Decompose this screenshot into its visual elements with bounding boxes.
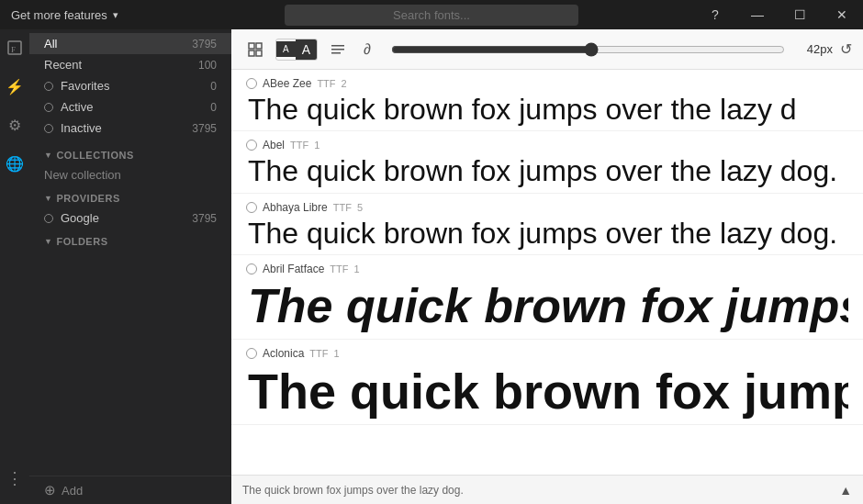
font-meta-aclonica: Aclonica TTF 1 bbox=[246, 347, 848, 360]
grid-view-btn[interactable] bbox=[242, 39, 268, 61]
preview-size-toggle: A A bbox=[275, 39, 318, 61]
radio-abril[interactable] bbox=[246, 263, 257, 274]
svg-rect-7 bbox=[331, 49, 344, 50]
font-preview-abril[interactable]: The quick brown fox jumps over the lazy … bbox=[246, 277, 848, 334]
fonts-icon[interactable]: F bbox=[4, 37, 26, 59]
search-input[interactable] bbox=[285, 5, 578, 26]
nav-item-inactive[interactable]: Inactive 3795 bbox=[29, 118, 231, 139]
font-preview-aclonica[interactable]: The quick brown fox jumps over the bbox=[246, 362, 848, 421]
font-size-slider[interactable] bbox=[391, 42, 785, 57]
font-meta-abril: Abril Fatface TTF 1 bbox=[246, 263, 848, 275]
new-collection-btn[interactable]: New collection bbox=[29, 164, 231, 185]
chevron-folders: ▼ bbox=[44, 237, 52, 246]
font-entry-abel: Abel TTF 1 The quick brown fox jumps ove… bbox=[231, 131, 863, 193]
size-slider-container bbox=[391, 42, 785, 57]
radio-abeezee[interactable] bbox=[246, 78, 257, 89]
font-size-display: 42px bbox=[800, 42, 833, 56]
radio-google bbox=[44, 214, 53, 223]
footer-text: The quick brown fox jumps over the lazy … bbox=[242, 484, 464, 497]
svg-rect-4 bbox=[249, 50, 254, 56]
font-toolbar: A A ∂ 42px ↺ bbox=[231, 29, 863, 70]
globe-icon[interactable]: 🌐 bbox=[4, 152, 26, 174]
folders-header[interactable]: ▼ FOLDERS bbox=[29, 229, 231, 251]
size-large-btn[interactable]: A bbox=[296, 39, 317, 60]
collections-header[interactable]: ▼ COLLECTIONS bbox=[29, 142, 231, 164]
style-btn[interactable]: ∂ bbox=[358, 38, 376, 62]
footer-bar: The quick brown fox jumps over the lazy … bbox=[231, 475, 863, 504]
font-meta-abhaya: Abhaya Libre TTF 5 bbox=[246, 201, 848, 214]
radio-active bbox=[44, 103, 53, 112]
radio-favorites bbox=[44, 82, 53, 91]
providers-header[interactable]: ▼ PROVIDERS bbox=[29, 185, 231, 207]
nav-item-recent[interactable]: Recent 100 bbox=[29, 54, 231, 75]
nav-item-active[interactable]: Active 0 bbox=[29, 96, 231, 118]
font-entry-abhaya: Abhaya Libre TTF 5 The quick brown fox j… bbox=[231, 194, 863, 255]
radio-aclonica[interactable] bbox=[246, 348, 257, 359]
font-entry-aclonica: Aclonica TTF 1 The quick brown fox jumps… bbox=[231, 340, 863, 426]
radio-inactive bbox=[44, 124, 53, 133]
chevron-providers: ▼ bbox=[44, 194, 52, 203]
close-button[interactable]: ✕ bbox=[821, 0, 863, 29]
font-list: ABee Zee TTF 2 The quick brown fox jumps… bbox=[231, 70, 863, 475]
get-more-features-btn[interactable]: Get more features ▾ bbox=[0, 8, 129, 22]
title-bar: Get more features ▾ ? — ☐ ✕ bbox=[0, 0, 863, 29]
svg-rect-3 bbox=[256, 43, 262, 49]
nav-item-favorites[interactable]: Favorites 0 bbox=[29, 75, 231, 96]
search-bar bbox=[285, 5, 578, 26]
plus-icon: ⊕ bbox=[44, 482, 56, 498]
settings-icon[interactable]: ⚙ bbox=[4, 114, 26, 136]
nav-item-all[interactable]: All 3795 bbox=[29, 33, 231, 54]
chevron-down-icon: ▾ bbox=[113, 9, 118, 21]
svg-rect-8 bbox=[331, 52, 341, 54]
maximize-button[interactable]: ☐ bbox=[779, 0, 821, 29]
get-more-features-label: Get more features bbox=[11, 8, 107, 22]
add-button[interactable]: ⊕ Add bbox=[29, 476, 231, 504]
nav-section-main: All 3795 Recent 100 Favorites 0 Active 0 bbox=[29, 29, 231, 142]
nav-item-google[interactable]: Google 3795 bbox=[29, 207, 231, 229]
minimize-button[interactable]: — bbox=[736, 0, 779, 29]
svg-text:F: F bbox=[11, 45, 16, 54]
expand-footer-btn[interactable]: ▲ bbox=[839, 483, 852, 498]
reset-button[interactable]: ↺ bbox=[840, 40, 852, 58]
font-preview-abeezee[interactable]: The quick brown fox jumps over the lazy … bbox=[246, 92, 848, 127]
window-controls: ? — ☐ ✕ bbox=[694, 0, 863, 29]
radio-abel[interactable] bbox=[246, 140, 257, 151]
font-meta-abeezee: ABee Zee TTF 2 bbox=[246, 77, 848, 90]
size-small-btn[interactable]: A bbox=[276, 41, 296, 57]
svg-rect-2 bbox=[249, 43, 254, 49]
radio-abhaya[interactable] bbox=[246, 202, 257, 213]
svg-rect-6 bbox=[331, 45, 344, 47]
font-meta-abel: Abel TTF 1 bbox=[246, 139, 848, 151]
font-entry-abeezee: ABee Zee TTF 2 The quick brown fox jumps… bbox=[231, 70, 863, 131]
chevron-collections: ▼ bbox=[44, 151, 52, 160]
lightning-icon[interactable]: ⚡ bbox=[4, 75, 26, 97]
font-preview-abel[interactable]: The quick brown fox jumps over the lazy … bbox=[246, 153, 848, 188]
svg-rect-5 bbox=[256, 50, 262, 56]
right-panel: A A ∂ 42px ↺ bbox=[231, 29, 863, 504]
left-panel: All 3795 Recent 100 Favorites 0 Active 0 bbox=[29, 29, 231, 504]
icon-strip: F ⚡ ⚙ 🌐 ⋮ bbox=[0, 29, 29, 504]
font-entry-abril: Abril Fatface TTF 1 The quick brown fox … bbox=[231, 255, 863, 339]
font-preview-abhaya[interactable]: The quick brown fox jumps over the lazy … bbox=[246, 216, 848, 251]
align-btn[interactable] bbox=[325, 39, 351, 61]
help-button[interactable]: ? bbox=[694, 0, 736, 29]
more-icon[interactable]: ⋮ bbox=[4, 467, 26, 489]
main-content: F ⚡ ⚙ 🌐 ⋮ All 3795 Recent 100 Favorites bbox=[0, 29, 863, 504]
